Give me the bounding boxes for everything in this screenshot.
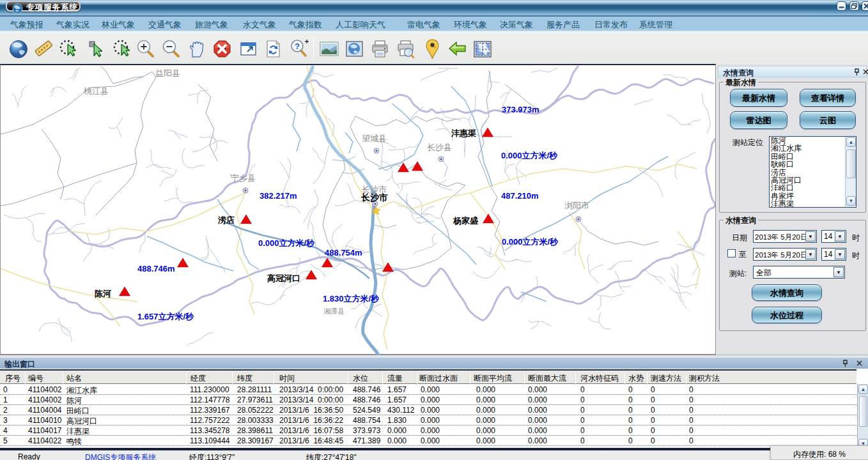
- svg-text:陈河: 陈河: [95, 289, 111, 298]
- svg-text:0.000立方米/秒: 0.000立方米/秒: [258, 238, 314, 248]
- svg-text:373.973m: 373.973m: [502, 105, 539, 114]
- svg-text:?: ?: [295, 42, 300, 51]
- svg-text:长沙县: 长沙县: [427, 142, 452, 152]
- svg-text:涝店: 涝店: [217, 215, 235, 225]
- svg-text:0.000立方米/秒: 0.000立方米/秒: [502, 237, 558, 247]
- svg-text:488.754m: 488.754m: [325, 248, 362, 257]
- svg-text:桃江县: 桃江县: [83, 86, 109, 96]
- svg-text:望城县: 望城县: [362, 134, 387, 143]
- svg-text:0.000立方米/秒: 0.000立方米/秒: [501, 151, 557, 160]
- svg-text:487.210m: 487.210m: [501, 191, 539, 201]
- svg-text:益阳县: 益阳县: [155, 68, 180, 78]
- svg-text:1.657立方米/秒: 1.657立方米/秒: [137, 312, 194, 321]
- svg-text:382.217m: 382.217m: [260, 191, 297, 201]
- svg-text:1.830立方米/秒: 1.830立方米/秒: [323, 294, 379, 303]
- svg-text:488.746m: 488.746m: [137, 264, 175, 273]
- svg-text:浏阳市: 浏阳市: [564, 201, 589, 210]
- svg-text:杨家盛: 杨家盛: [453, 216, 478, 226]
- svg-text:长沙市: 长沙市: [360, 192, 388, 203]
- svg-text:沣惠渠: 沣惠渠: [451, 128, 476, 138]
- svg-text:湘潭县: 湘潭县: [323, 307, 345, 315]
- svg-text:高冠河口: 高冠河口: [267, 273, 300, 283]
- svg-text:宁乡县: 宁乡县: [231, 173, 256, 183]
